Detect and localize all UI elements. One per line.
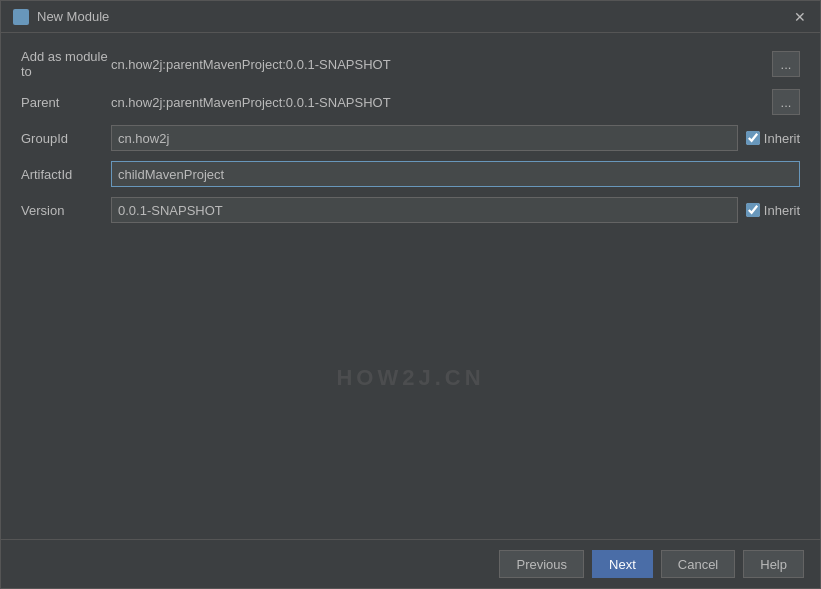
dialog-content: Add as module to cn.how2j:parentMavenPro… bbox=[1, 33, 820, 539]
previous-button[interactable]: Previous bbox=[499, 550, 584, 578]
module-icon bbox=[13, 9, 29, 25]
svg-rect-3 bbox=[22, 18, 27, 23]
next-button[interactable]: Next bbox=[592, 550, 653, 578]
version-inherit-label: Inherit bbox=[764, 203, 800, 218]
parent-value: cn.how2j:parentMavenProject:0.0.1-SNAPSH… bbox=[111, 95, 764, 110]
add-module-row: Add as module to cn.how2j:parentMavenPro… bbox=[21, 49, 800, 79]
artifact-id-label: ArtifactId bbox=[21, 167, 111, 182]
version-inherit-container: Inherit bbox=[746, 203, 800, 218]
add-module-dots-button[interactable]: ... bbox=[772, 51, 800, 77]
group-id-input[interactable] bbox=[111, 125, 738, 151]
add-module-label: Add as module to bbox=[21, 49, 111, 79]
content-spacer: HOW2J.CN bbox=[21, 233, 800, 523]
close-button[interactable]: ✕ bbox=[792, 9, 808, 25]
add-module-value: cn.how2j:parentMavenProject:0.0.1-SNAPSH… bbox=[111, 57, 764, 72]
parent-dots-button[interactable]: ... bbox=[772, 89, 800, 115]
group-id-row: GroupId Inherit bbox=[21, 125, 800, 151]
group-id-inherit-checkbox[interactable] bbox=[746, 131, 760, 145]
new-module-dialog: New Module ✕ Add as module to cn.how2j:p… bbox=[0, 0, 821, 589]
title-bar-left: New Module bbox=[13, 9, 109, 25]
svg-rect-2 bbox=[15, 18, 20, 23]
group-id-label: GroupId bbox=[21, 131, 111, 146]
artifact-id-row: ArtifactId bbox=[21, 161, 800, 187]
svg-rect-1 bbox=[22, 11, 27, 16]
version-input[interactable] bbox=[111, 197, 738, 223]
group-id-inherit-container: Inherit bbox=[746, 131, 800, 146]
watermark: HOW2J.CN bbox=[336, 365, 484, 391]
version-inherit-checkbox[interactable] bbox=[746, 203, 760, 217]
parent-row: Parent cn.how2j:parentMavenProject:0.0.1… bbox=[21, 89, 800, 115]
svg-rect-0 bbox=[15, 11, 20, 16]
dialog-title: New Module bbox=[37, 9, 109, 24]
dialog-footer: Previous Next Cancel Help bbox=[1, 539, 820, 588]
group-id-inherit-label: Inherit bbox=[764, 131, 800, 146]
version-row: Version Inherit bbox=[21, 197, 800, 223]
artifact-id-input[interactable] bbox=[111, 161, 800, 187]
help-button[interactable]: Help bbox=[743, 550, 804, 578]
title-bar: New Module ✕ bbox=[1, 1, 820, 33]
version-label: Version bbox=[21, 203, 111, 218]
cancel-button[interactable]: Cancel bbox=[661, 550, 735, 578]
parent-label: Parent bbox=[21, 95, 111, 110]
